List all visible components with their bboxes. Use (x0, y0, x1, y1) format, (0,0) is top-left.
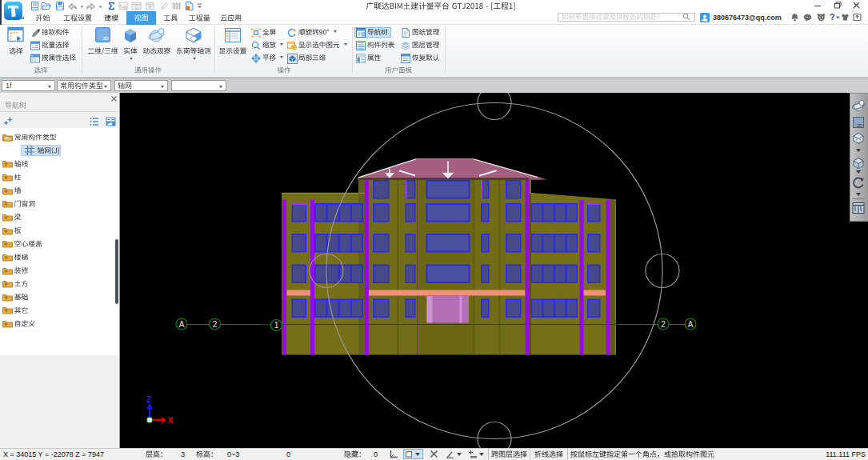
svg-text:1: 1 (274, 321, 279, 330)
svg-text:A: A (179, 320, 185, 329)
svg-text:2: 2 (661, 320, 666, 329)
svg-text:2: 2 (213, 320, 218, 329)
svg-text:2D: 2D (857, 122, 862, 127)
svg-text:X: X (168, 416, 174, 425)
svg-text:A: A (688, 320, 694, 329)
svg-text:Z: Z (146, 395, 151, 404)
svg-text:2D: 2D (102, 36, 109, 41)
